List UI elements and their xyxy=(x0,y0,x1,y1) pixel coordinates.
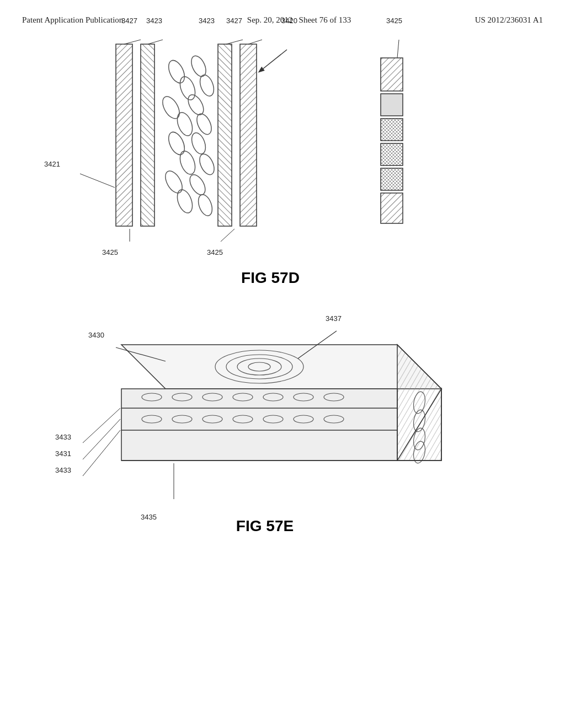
label-3425-right: 3425 xyxy=(386,17,402,25)
svg-rect-5 xyxy=(141,44,154,226)
svg-point-10 xyxy=(166,130,188,157)
fig57e-svg xyxy=(55,323,475,521)
svg-rect-34 xyxy=(381,119,403,141)
svg-rect-22 xyxy=(218,44,232,226)
svg-point-11 xyxy=(177,149,198,176)
svg-point-8 xyxy=(159,94,183,121)
svg-point-15 xyxy=(198,73,216,98)
svg-rect-35 xyxy=(381,143,403,165)
svg-point-16 xyxy=(185,92,206,117)
svg-point-21 xyxy=(196,192,215,217)
label-3427-left: 3427 xyxy=(121,17,137,25)
svg-rect-37 xyxy=(381,193,403,223)
svg-line-31 xyxy=(221,229,234,242)
svg-line-26 xyxy=(148,40,163,44)
svg-line-24 xyxy=(259,50,287,72)
svg-rect-4 xyxy=(116,44,132,226)
svg-point-13 xyxy=(174,188,195,215)
fig57d-svg xyxy=(44,28,497,276)
label-3423-left: 3423 xyxy=(146,17,162,25)
svg-rect-36 xyxy=(381,168,403,190)
svg-line-29 xyxy=(80,174,115,188)
svg-rect-32 xyxy=(381,58,403,91)
fig57d-title: FIG 57D xyxy=(241,269,300,287)
svg-point-19 xyxy=(197,152,217,177)
fig57d-container: 3427 3423 3423 3427 3420 3425 3421 3425 … xyxy=(44,17,497,287)
svg-point-12 xyxy=(162,168,186,196)
fig57e-title: FIG 57E xyxy=(236,517,294,535)
svg-line-38 xyxy=(397,40,399,58)
label-3437: 3437 xyxy=(326,314,342,323)
fig57e-container: 3437 3430 3433 3431 3433 3435 xyxy=(55,314,475,535)
svg-line-25 xyxy=(124,40,141,44)
label-3427-right: 3427 xyxy=(226,17,242,25)
svg-line-27 xyxy=(226,40,243,44)
svg-rect-23 xyxy=(240,44,257,226)
svg-point-7 xyxy=(177,74,198,102)
svg-point-6 xyxy=(166,58,188,85)
svg-rect-41 xyxy=(121,389,397,461)
label-3423-right: 3423 xyxy=(199,17,215,25)
svg-rect-33 xyxy=(381,94,403,116)
svg-line-28 xyxy=(248,40,262,44)
svg-point-20 xyxy=(186,172,208,197)
svg-point-18 xyxy=(189,131,208,156)
svg-marker-42 xyxy=(397,345,441,461)
label-3420: 3420 xyxy=(281,17,297,25)
